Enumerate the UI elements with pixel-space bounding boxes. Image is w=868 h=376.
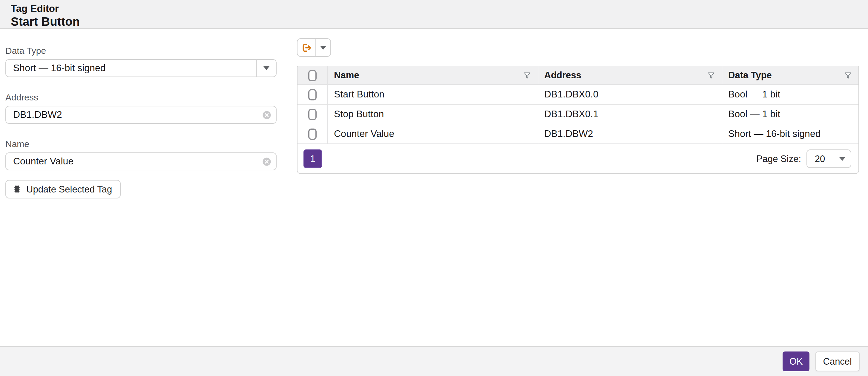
cancel-button[interactable]: Cancel [815, 351, 860, 371]
column-header-data-type-label: Data Type [728, 70, 772, 81]
column-header-name-label: Name [334, 70, 359, 81]
cell-address: DB1.DBX0.1 [538, 105, 722, 124]
row-checkbox[interactable] [308, 109, 317, 120]
data-type-dropdown-button[interactable] [256, 60, 276, 77]
tag-form-panel: Data Type Short — 16-bit signed Address … [5, 29, 277, 199]
tag-name: Counter Value [334, 128, 394, 139]
select-all-cell [298, 66, 328, 84]
tag-name: Start Button [334, 89, 384, 100]
name-input[interactable] [6, 156, 257, 167]
data-type-label: Data Type [5, 46, 277, 56]
row-checkbox-cell [298, 85, 328, 104]
tag-address: DB1.DBX0.1 [544, 109, 598, 120]
export-button[interactable] [298, 39, 315, 56]
cell-data-type: Short — 16-bit signed [722, 124, 859, 143]
cell-data-type: Bool — 1 bit [722, 85, 859, 104]
clear-address-icon[interactable] [262, 110, 271, 119]
row-checkbox-cell [298, 124, 328, 143]
name-field-wrap [5, 152, 277, 170]
column-header-address: Address [538, 66, 722, 84]
cell-data-type: Bool — 1 bit [722, 105, 859, 124]
export-arrow-icon [301, 42, 312, 53]
address-label: Address [5, 92, 277, 102]
chip-icon [12, 184, 22, 194]
update-selected-tag-label: Update Selected Tag [26, 184, 112, 195]
cell-name: Stop Button [328, 105, 538, 124]
tags-table: Name Address Data Type [297, 66, 859, 174]
row-checkbox-cell [298, 105, 328, 124]
tag-browser-panel: Name Address Data Type [297, 38, 859, 174]
column-header-address-label: Address [544, 70, 581, 81]
export-split-button [297, 38, 331, 57]
table-row[interactable]: Stop Button DB1.DBX0.1 Bool — 1 bit [298, 104, 859, 124]
tag-address: DB1.DBW2 [544, 128, 593, 139]
pagination-bar: 1 Page Size: 20 [298, 143, 859, 173]
table-header-row: Name Address Data Type [298, 66, 859, 84]
tag-name: Stop Button [334, 109, 384, 120]
tag-editor-dialog: Tag Editor Start Button Data Type Short … [0, 0, 868, 376]
page-size-value: 20 [807, 150, 833, 167]
address-input[interactable] [6, 109, 257, 120]
column-header-name: Name [328, 66, 538, 84]
page-1-button[interactable]: 1 [304, 149, 322, 168]
caret-down-icon [320, 46, 326, 49]
address-field-wrap [5, 106, 277, 124]
cell-name: Counter Value [328, 124, 538, 143]
clear-name-icon[interactable] [262, 157, 271, 166]
select-all-checkbox[interactable] [308, 70, 317, 81]
tag-data-type: Short — 16-bit signed [728, 128, 821, 139]
filter-funnel-icon[interactable] [523, 71, 532, 80]
screenshot-viewport: Tag Editor Start Button Data Type Short … [0, 0, 868, 376]
cell-address: DB1.DBX0.0 [538, 85, 722, 104]
dialog-header: Tag Editor Start Button [0, 0, 868, 29]
page-size-select[interactable]: 20 [806, 149, 851, 168]
filter-funnel-icon[interactable] [707, 71, 716, 80]
name-label: Name [5, 139, 277, 149]
cell-name: Start Button [328, 85, 538, 104]
table-row[interactable]: Counter Value DB1.DBW2 Short — 16-bit si… [298, 124, 859, 143]
tag-address: DB1.DBX0.0 [544, 89, 598, 100]
update-selected-tag-button[interactable]: Update Selected Tag [5, 180, 120, 199]
page-size-label: Page Size: [756, 153, 801, 164]
filter-funnel-icon[interactable] [843, 71, 852, 80]
tag-data-type: Bool — 1 bit [728, 109, 780, 120]
row-checkbox[interactable] [308, 89, 317, 100]
cell-address: DB1.DBW2 [538, 124, 722, 143]
ok-button[interactable]: OK [783, 351, 809, 371]
dialog-footer: OK Cancel [0, 346, 868, 376]
export-options-dropdown-button[interactable] [315, 39, 330, 56]
row-checkbox[interactable] [308, 128, 317, 140]
column-header-data-type: Data Type [722, 66, 859, 84]
dialog-title: Tag Editor [11, 2, 868, 15]
data-type-select[interactable]: Short — 16-bit signed [5, 59, 277, 77]
page-size-dropdown-button[interactable] [833, 150, 851, 167]
caret-down-icon [264, 66, 270, 70]
caret-down-icon [839, 157, 845, 161]
table-row[interactable]: Start Button DB1.DBX0.0 Bool — 1 bit [298, 84, 859, 104]
data-type-selected-value: Short — 16-bit signed [6, 63, 256, 74]
tag-data-type: Bool — 1 bit [728, 89, 780, 100]
dialog-subtitle: Start Button [11, 15, 868, 29]
